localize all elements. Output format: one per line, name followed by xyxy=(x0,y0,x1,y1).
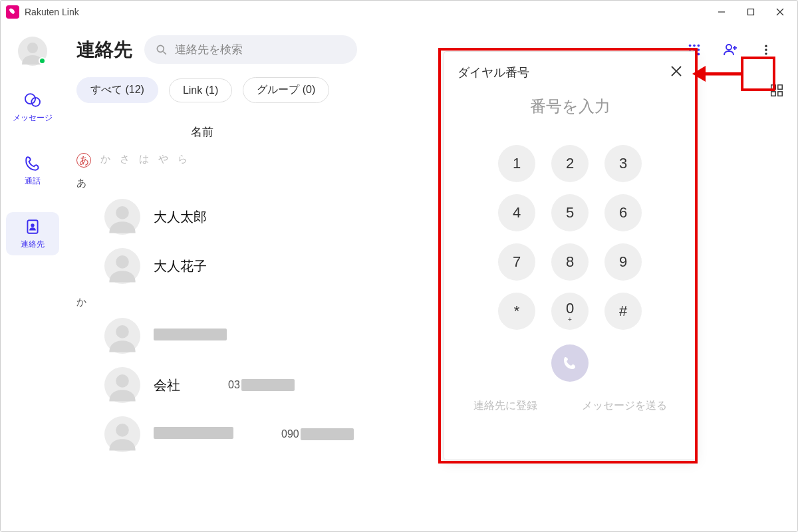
kana-ka[interactable]: か xyxy=(100,153,110,168)
key-hash[interactable]: # xyxy=(604,293,642,330)
body: メッセージ 通話 連絡先 連絡先 連絡先を検索 xyxy=(1,23,797,531)
key-0[interactable]: 0+ xyxy=(551,293,589,330)
minimize-button[interactable] xyxy=(707,2,736,22)
contact-name: 大人太郎 xyxy=(154,208,207,226)
nav-contacts[interactable]: 連絡先 xyxy=(6,212,59,255)
kana-ra[interactable]: ら xyxy=(178,153,188,168)
svg-point-8 xyxy=(31,223,34,227)
kana-ya[interactable]: や xyxy=(158,153,168,168)
key-9[interactable]: 9 xyxy=(604,243,642,281)
titlebar: Rakuten Link xyxy=(1,1,797,23)
key-4[interactable]: 4 xyxy=(498,194,535,231)
chip-link[interactable]: Link (1) xyxy=(169,78,232,102)
avatar xyxy=(104,248,140,284)
svg-point-32 xyxy=(116,325,129,338)
key-5[interactable]: 5 xyxy=(551,194,589,231)
key-6[interactable]: 6 xyxy=(604,194,642,231)
titlebar-left: Rakuten Link xyxy=(6,5,79,19)
contact-name: 大人花子 xyxy=(154,257,207,275)
svg-point-34 xyxy=(116,424,129,437)
contact-name-redacted xyxy=(154,427,233,442)
nav-calls-label: 通話 xyxy=(25,176,41,187)
svg-point-12 xyxy=(693,44,696,47)
contacts-icon xyxy=(23,217,42,236)
grid-view-button[interactable] xyxy=(768,82,785,99)
svg-rect-28 xyxy=(771,91,775,95)
kana-sa[interactable]: さ xyxy=(120,153,130,168)
key-1[interactable]: 1 xyxy=(498,145,535,182)
phone-icon xyxy=(562,355,578,371)
more-menu-button[interactable] xyxy=(757,41,775,59)
search-input[interactable]: 連絡先を検索 xyxy=(144,35,357,64)
my-avatar[interactable] xyxy=(18,37,47,66)
svg-point-16 xyxy=(698,49,700,51)
svg-point-14 xyxy=(689,49,692,51)
dialog-header: ダイヤル番号 xyxy=(444,52,696,90)
avatar xyxy=(104,318,140,354)
app-icon xyxy=(6,5,19,19)
contact-name: 会社 xyxy=(154,376,180,394)
kana-ha[interactable]: は xyxy=(139,153,149,168)
kana-a[interactable]: あ xyxy=(76,153,91,168)
chip-all[interactable]: すべて (12) xyxy=(76,77,158,103)
svg-point-23 xyxy=(765,45,767,47)
svg-point-4 xyxy=(27,43,38,53)
app-title: Rakuten Link xyxy=(25,7,79,17)
svg-rect-27 xyxy=(778,84,782,88)
svg-point-24 xyxy=(765,49,767,51)
dialog-close-button[interactable] xyxy=(670,64,682,81)
phone-icon xyxy=(23,154,42,173)
main-content: 連絡先 連絡先を検索 xyxy=(65,23,797,531)
contact-name-redacted xyxy=(154,329,227,344)
key-3[interactable]: 3 xyxy=(604,145,642,182)
nav-messages[interactable]: メッセージ xyxy=(6,86,59,129)
add-contact-button[interactable] xyxy=(722,41,739,59)
search-placeholder: 連絡先を検索 xyxy=(175,42,243,57)
svg-point-30 xyxy=(116,206,129,219)
svg-point-33 xyxy=(116,374,129,388)
dialog-title: ダイヤル番号 xyxy=(458,65,529,80)
svg-point-20 xyxy=(726,45,732,50)
svg-rect-29 xyxy=(778,91,782,95)
svg-point-31 xyxy=(116,255,129,269)
app-window: Rakuten Link メッセージ xyxy=(0,0,798,532)
svg-point-11 xyxy=(689,44,692,47)
svg-point-9 xyxy=(157,45,164,52)
nav-messages-label: メッセージ xyxy=(13,112,53,124)
chip-group[interactable]: グループ (0) xyxy=(243,77,329,103)
add-contact-icon xyxy=(722,42,738,58)
close-button[interactable] xyxy=(765,2,795,22)
svg-rect-1 xyxy=(748,9,754,15)
search-icon xyxy=(155,43,168,57)
add-to-contacts-button[interactable]: 連絡先に登録 xyxy=(473,399,537,413)
call-button[interactable] xyxy=(551,344,589,382)
key-8[interactable]: 8 xyxy=(551,243,589,281)
maximize-button[interactable] xyxy=(736,2,765,22)
svg-point-15 xyxy=(693,49,696,51)
header-actions xyxy=(686,41,779,59)
page-title: 連絡先 xyxy=(76,37,132,63)
nav-calls[interactable]: 通話 xyxy=(6,149,59,192)
send-message-button[interactable]: メッセージを送る xyxy=(582,399,667,413)
dialpad-dialog: ダイヤル番号 番号を入力 1 2 3 4 5 6 7 8 9 * xyxy=(444,51,696,460)
window-controls xyxy=(707,2,795,22)
svg-line-10 xyxy=(164,51,166,54)
left-nav: メッセージ 通話 連絡先 xyxy=(1,23,65,531)
avatar xyxy=(104,199,140,235)
svg-point-13 xyxy=(698,44,700,47)
contact-number: 090 xyxy=(281,428,354,441)
keypad: 1 2 3 4 5 6 7 8 9 * 0+ # xyxy=(444,145,696,330)
status-online-icon xyxy=(39,57,46,65)
dial-input[interactable]: 番号を入力 xyxy=(444,90,696,132)
contact-number: 03 xyxy=(228,379,295,392)
avatar xyxy=(104,367,140,403)
messages-icon xyxy=(23,91,42,110)
key-star[interactable]: * xyxy=(498,293,535,330)
kebab-icon xyxy=(759,43,773,57)
key-2[interactable]: 2 xyxy=(551,145,589,182)
key-7[interactable]: 7 xyxy=(498,243,535,281)
close-icon xyxy=(670,65,682,77)
svg-point-5 xyxy=(25,94,35,104)
nav-contacts-label: 連絡先 xyxy=(21,239,45,250)
avatar xyxy=(104,416,140,452)
